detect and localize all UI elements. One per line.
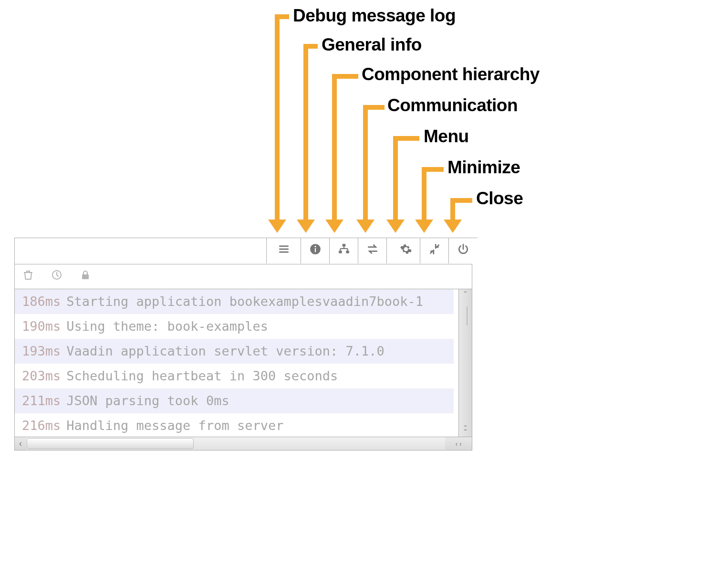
info-tab[interactable] [301, 238, 330, 263]
hierarchy-icon [338, 243, 350, 259]
svg-rect-8 [346, 251, 349, 253]
scroll-up-icon[interactable]: ˆ [459, 289, 472, 301]
vertical-scroll-thumb[interactable] [467, 306, 468, 325]
hierarchy-tab[interactable] [330, 238, 358, 263]
log-row: 193msVaadin application servlet version:… [15, 339, 454, 364]
log-row: 216msHandling message from server [15, 413, 454, 437]
close-tab[interactable] [449, 238, 478, 263]
callout-close: Close [476, 189, 523, 209]
log-message: Starting application bookexamplesvaadin7… [66, 294, 423, 309]
scroll-corner: ‹ › [445, 437, 472, 450]
callout-menu: Menu [424, 126, 469, 147]
callout-debug-log: Debug message log [293, 6, 456, 26]
log-message: JSON parsing took 0ms [66, 393, 229, 408]
log-row: 203msScheduling heartbeat in 300 seconds [15, 364, 454, 388]
list-icon [278, 243, 290, 259]
log-rows: 186msStarting application bookexamplesva… [15, 289, 454, 437]
callout-minimize: Minimize [447, 157, 520, 178]
minimize-tab[interactable] [420, 238, 449, 263]
scroll-left-icon[interactable]: ‹ [15, 437, 26, 450]
log-area: 186msStarting application bookexamplesva… [15, 289, 472, 437]
clock-icon [51, 269, 62, 283]
clear-log-button[interactable] [22, 269, 34, 284]
callout-component-hierarchy: Component hierarchy [362, 64, 540, 84]
log-time: 190ms [22, 319, 61, 334]
minimize-icon [428, 243, 441, 259]
log-tab[interactable] [266, 238, 301, 263]
log-time: 211ms [22, 393, 61, 408]
log-message: Vaadin application servlet version: 7.1.… [66, 344, 384, 358]
communication-tab[interactable] [358, 238, 387, 263]
svg-rect-0 [279, 245, 289, 247]
log-time: 216ms [22, 418, 61, 433]
info-icon [309, 243, 322, 259]
log-time: 186ms [22, 294, 61, 309]
tab-separator [387, 238, 392, 263]
vertical-scrollbar[interactable]: ˆ ˆˇ [458, 289, 472, 437]
reset-timer-button[interactable] [51, 269, 62, 284]
horizontal-scrollbar[interactable]: ‹ ‹ › [15, 437, 472, 450]
log-time: 203ms [22, 368, 61, 383]
svg-rect-2 [279, 252, 289, 253]
menu-tab[interactable] [392, 238, 420, 263]
lock-icon [80, 269, 91, 283]
horizontal-scroll-track[interactable] [26, 437, 445, 450]
callout-general-info: General info [322, 35, 422, 55]
tab-bar [266, 238, 478, 264]
svg-rect-14 [82, 274, 89, 279]
log-toolbar [15, 264, 472, 289]
log-row: 190msUsing theme: book-examples [15, 314, 454, 339]
svg-rect-4 [314, 248, 315, 252]
power-icon [457, 243, 469, 259]
callout-communication: Communication [387, 95, 518, 115]
log-message: Handling message from server [66, 418, 283, 433]
log-row: 186msStarting application bookexamplesva… [15, 289, 454, 314]
gear-icon [400, 243, 412, 259]
svg-rect-1 [279, 249, 289, 250]
horizontal-scroll-thumb[interactable] [27, 438, 194, 449]
exchange-icon [366, 243, 379, 259]
debug-window: 186msStarting application bookexamplesva… [14, 238, 472, 451]
svg-rect-6 [342, 244, 345, 246]
log-message: Using theme: book-examples [66, 319, 268, 334]
log-time: 193ms [22, 344, 61, 358]
scroll-down-icon[interactable]: ˆˇ [459, 425, 472, 437]
log-message: Scheduling heartbeat in 300 seconds [66, 368, 338, 383]
log-row: 211msJSON parsing took 0ms [15, 388, 454, 413]
svg-point-5 [314, 246, 316, 247]
lock-scroll-button[interactable] [80, 269, 91, 284]
svg-rect-7 [339, 251, 342, 253]
trash-icon [22, 269, 34, 283]
